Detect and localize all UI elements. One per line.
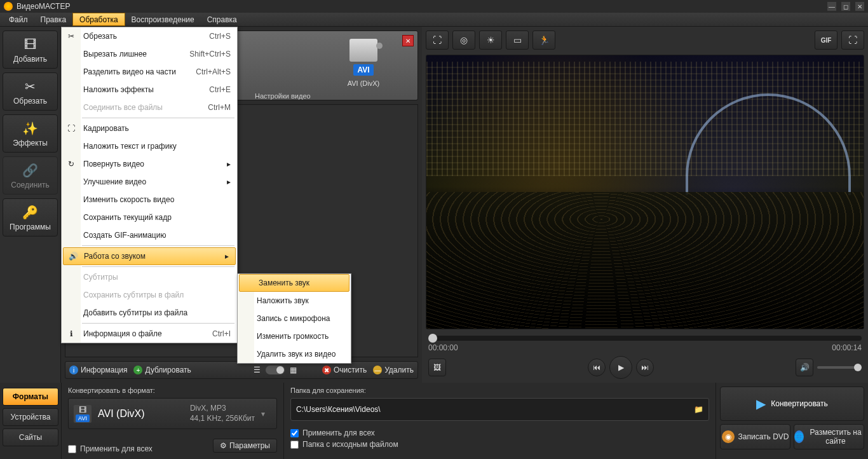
menu-item[interactable]: ✂ОбрезатьCtrl+S [62,27,237,45]
menu-item-icon: ℹ [65,328,77,339]
submenu-item[interactable]: Изменить громкость [238,327,351,345]
maximize-button[interactable]: ◻ [841,2,850,11]
menu-правка[interactable]: Правка [34,13,73,26]
frame-tool-button[interactable]: ▭ [506,31,529,50]
tab-форматы[interactable]: Форматы [3,388,58,406]
seek-slider[interactable] [428,336,862,341]
publish-button[interactable]: 🌐Разместить на сайте [794,424,864,449]
menu-item[interactable]: ⛶Кадрировать [62,120,237,137]
video-settings-label: Настройки видео [255,92,311,100]
submenu-item[interactable]: Наложить звук [238,292,351,310]
convert-button[interactable]: ▶Конвертировать [720,387,864,421]
delete-button[interactable]: —Удалить [373,366,414,374]
snapshot-button[interactable]: 🖼 [428,359,446,376]
menu-item[interactable]: Добавить субтитры из файла [62,304,237,322]
menu-item: Сохранить субтитры в файл [62,286,237,304]
menu-item: Соединить все файлыCtrl+M [62,99,237,116]
menu-item: Субтитры [62,268,237,286]
submenu-item[interactable]: Удалить звук из видео [238,345,351,363]
view-list-icon[interactable]: ☰ [254,366,261,374]
программы-icon: 🔑 [22,203,39,221]
film-icon: 🎞 [79,406,86,414]
volume-slider[interactable] [817,366,862,369]
menu-справка[interactable]: Справка [201,13,243,26]
sidebar-программы[interactable]: 🔑Программы [3,198,58,236]
convert-to-label: Конвертировать в формат: [68,387,277,394]
apply-all-folder-checkbox[interactable]: Применить для всех [290,428,709,437]
chevron-down-icon: ▾ [261,409,271,418]
menu-item-icon: ↻ [65,158,77,170]
view-toggle[interactable] [266,366,285,374]
speed-tool-button[interactable]: 🏃 [532,31,555,50]
menu-item[interactable]: Разделить видео на частиCtrl+Alt+S [62,63,237,81]
prev-button[interactable]: ⏮ [588,359,606,376]
close-button[interactable]: ✕ [855,2,864,11]
sidebar-обрезать[interactable]: ✂Обрезать [3,72,58,111]
menu-item[interactable]: Изменить скорость видео [62,191,237,209]
camcorder-icon [349,39,377,62]
play-button[interactable]: ▶ [609,356,632,379]
crop-tool-button[interactable]: ⛶ [426,31,449,50]
format-badge: AVI [353,64,373,76]
menu-item[interactable]: Вырезать лишнееShift+Ctrl+S [62,45,237,63]
minimize-button[interactable]: — [827,2,836,11]
close-tab-button[interactable]: ✕ [402,35,414,46]
source-folder-checkbox[interactable]: Папка с исходным файлом [290,440,709,449]
globe-icon: 🌐 [794,430,804,443]
обрезать-icon: ✂ [22,78,39,95]
browse-folder-icon[interactable]: 📁 [694,405,703,414]
submenu-arrow-icon: ▸ [227,160,231,168]
next-button[interactable]: ⏭ [636,359,654,376]
menu-item[interactable]: Наложить текст и графику [62,137,237,155]
format-preview[interactable]: AVI AVI (DivX) [341,39,386,87]
эффекты-icon: ✨ [22,120,39,137]
submenu-item[interactable]: Запись с микрофона [238,310,351,327]
aspect-tool-button[interactable]: ◎ [452,31,475,50]
sidebar-добавить[interactable]: 🎞Добавить [3,31,58,69]
tab-сайты[interactable]: Сайты [3,428,58,446]
duplicate-button[interactable]: +Дублировать [133,366,191,374]
format-selector[interactable]: 🎞 AVI AVI (DivX) DivX, MP344,1 KHz, 256К… [68,398,277,429]
sidebar-соединить: 🔗Соединить [3,156,58,195]
clear-button[interactable]: ✖Очистить [322,366,367,374]
gear-icon: ⚙ [220,441,227,450]
menu-item[interactable]: Сохранить текущий кадр [62,209,237,226]
view-grid-icon[interactable]: ▦ [290,366,297,374]
video-preview[interactable] [426,55,864,329]
time-total: 00:00:14 [832,343,862,352]
window-title: ВидеоМАСТЕР [17,2,70,11]
tab-устройства[interactable]: Устройства [3,408,58,426]
info-button[interactable]: iИнформация [69,366,127,374]
submenu-item[interactable]: Заменить звук [239,274,349,292]
fullscreen-button[interactable]: ⛶ [841,31,864,50]
menu-item[interactable]: 🔊Работа со звуком▸ [63,247,236,265]
apply-all-format-checkbox[interactable]: Применить для всех [68,444,153,453]
menu-item[interactable]: Наложить эффектыCtrl+E [62,81,237,99]
menu-item-icon: ✂ [65,31,77,42]
gif-button[interactable]: GIF [815,31,837,50]
menu-воспроизведение[interactable]: Воспроизведение [125,13,201,26]
menu-item-icon: 🔊 [67,250,79,262]
parameters-button[interactable]: ⚙Параметры [213,439,277,453]
submenu-arrow-icon: ▸ [227,177,231,186]
disc-icon: ◉ [722,430,735,443]
menu-файл[interactable]: Файл [3,13,34,26]
menu-item-icon: ⛶ [65,123,77,134]
format-details: DivX, MP344,1 KHz, 256Кбит [190,404,255,423]
соединить-icon: 🔗 [22,161,39,179]
menu-item[interactable]: ℹИнформация о файлеCtrl+I [62,325,237,343]
save-folder-label: Папка для сохранения: [290,387,709,394]
menu-обработка[interactable]: Обработка [72,13,125,26]
burn-dvd-button[interactable]: ◉Записать DVD [720,424,790,449]
folder-path-field[interactable]: C:\Users\Ксения\Videos\ 📁 [290,398,709,421]
sidebar-эффекты[interactable]: ✨Эффекты [3,114,58,153]
format-name: AVI (DivX) [98,408,144,420]
volume-button[interactable]: 🔊 [796,359,813,376]
time-current: 00:00:00 [428,343,458,352]
menu-item[interactable]: Улучшение видео▸ [62,173,237,191]
brightness-tool-button[interactable]: ☀ [479,31,502,50]
format-sublabel: AVI (DivX) [341,79,386,87]
menu-item[interactable]: Создать GIF-анимацию [62,226,237,244]
menu-item[interactable]: ↻Повернуть видео▸ [62,155,237,173]
play-arrow-icon: ▶ [756,396,766,411]
